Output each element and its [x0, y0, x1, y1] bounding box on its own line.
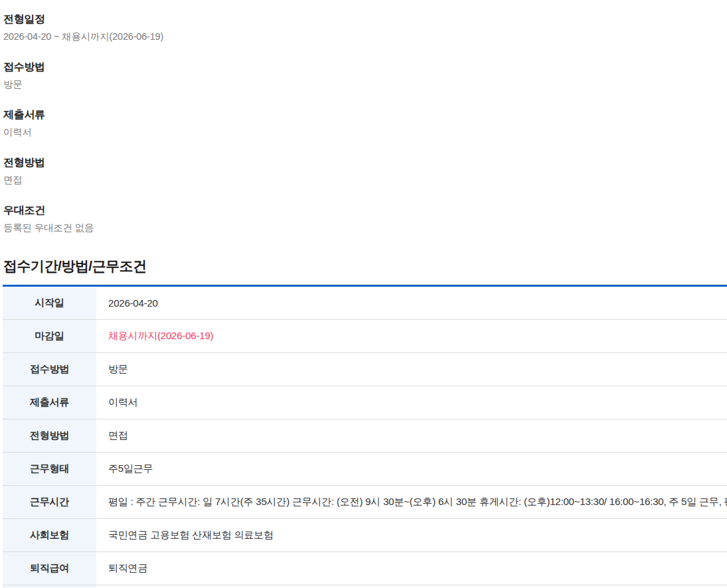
overview-value: 2026-04-20 ~ 채용시까지(2026-06-19): [3, 31, 727, 42]
row-value: 면접: [96, 419, 727, 452]
row-value: 퇴직연금: [96, 552, 727, 585]
table-row-deadline: 마감일 채용시까지(2026-06-19): [3, 320, 727, 353]
row-label: 시작일: [3, 287, 96, 319]
table-row-social-insurance: 사회보험 국민연금 고용보험 산재보험 의료보험: [3, 519, 727, 552]
row-label: 마감일: [3, 320, 96, 352]
row-value-deadline: 채용시까지(2026-06-19): [96, 320, 727, 352]
overview-label: 우대조건: [3, 204, 727, 216]
section-title-application-conditions: 접수기간/방법/근무조건: [3, 257, 727, 274]
row-label: 퇴직급여: [3, 552, 96, 585]
overview-item-schedule: 전형일정 2026-04-20 ~ 채용시까지(2026-06-19): [3, 13, 727, 42]
job-overview-list: 전형일정 2026-04-20 ~ 채용시까지(2026-06-19) 접수방법…: [0, 0, 727, 234]
overview-item-documents: 제출서류 이력서: [3, 108, 727, 138]
table-row-start-date: 시작일 2026-04-20: [3, 287, 727, 320]
overview-value: 면접: [3, 175, 727, 186]
overview-label: 전형일정: [3, 13, 727, 25]
row-value: 국민연금 고용보험 산재보험 의료보험: [96, 519, 727, 551]
row-label: [3, 585, 96, 588]
row-value: 이력서: [96, 386, 727, 419]
overview-label: 전형방법: [3, 156, 727, 169]
overview-item-preferences: 우대조건 등록된 우대조건 없음: [3, 204, 727, 234]
row-value: 방문: [96, 353, 727, 386]
table-row-work-hours: 근무시간 평일 : 주간 근무시간: 일 7시간(주 35시간) 근무시간: (…: [3, 486, 727, 519]
row-label: 전형방법: [3, 419, 96, 452]
row-label: 근무형태: [3, 453, 96, 485]
overview-item-selection-method: 전형방법 면접: [3, 156, 727, 186]
table-row-work-type: 근무형태 주5일근무: [3, 453, 727, 486]
overview-value: 등록된 우대조건 없음: [3, 222, 727, 234]
application-conditions-table: 시작일 2026-04-20 마감일 채용시까지(2026-06-19) 접수방…: [3, 285, 727, 588]
row-label: 사회보험: [3, 519, 96, 551]
overview-item-apply-method: 접수방법 방문: [3, 60, 727, 90]
table-row-selection-method: 전형방법 면접: [3, 419, 727, 453]
table-row-retirement-benefit: 퇴직급여 퇴직연금: [3, 552, 727, 585]
overview-label: 접수방법: [3, 60, 727, 73]
row-value: 주5일근무: [96, 453, 727, 485]
row-label: 제출서류: [3, 386, 96, 419]
overview-value: 이력서: [3, 127, 727, 138]
overview-label: 제출서류: [3, 108, 727, 121]
table-row-documents: 제출서류 이력서: [3, 386, 727, 419]
table-row-partial: [3, 585, 727, 588]
table-row-apply-method: 접수방법 방문: [3, 353, 727, 386]
row-value: 평일 : 주간 근무시간: 일 7시간(주 35시간) 근무시간: (오전) 9…: [96, 486, 727, 518]
row-label: 접수방법: [3, 353, 96, 386]
overview-value: 방문: [3, 79, 727, 90]
row-value: [96, 585, 727, 588]
row-value: 2026-04-20: [96, 287, 727, 319]
row-label: 근무시간: [3, 486, 96, 518]
